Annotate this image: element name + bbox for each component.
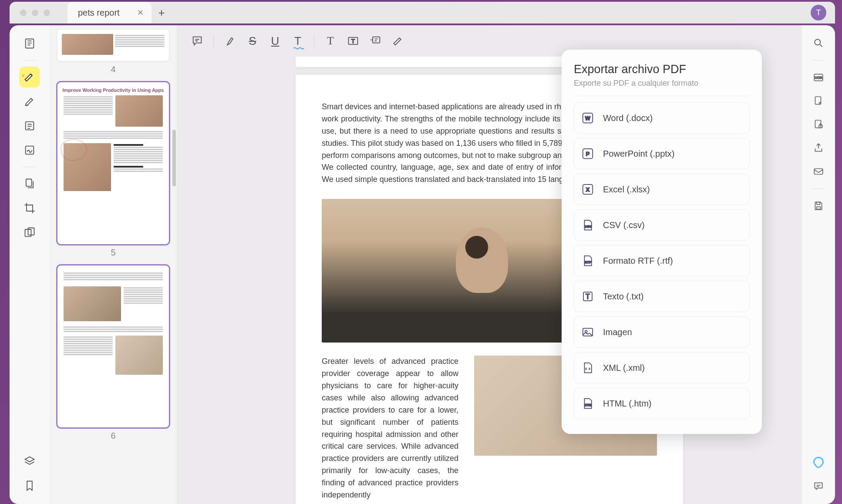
export-rtf[interactable]: RTF Formato RTF (.rtf) — [574, 245, 750, 276]
eraser-button[interactable] — [388, 31, 408, 51]
titlebar: pets report ✕ + T — [10, 2, 835, 24]
svg-point-22 — [815, 39, 820, 45]
paragraph: Greater levels of advanced practice prov… — [322, 356, 458, 501]
excel-icon: X — [580, 182, 595, 197]
strikethrough-button[interactable]: S — [242, 31, 263, 51]
bookmark-tool[interactable] — [19, 475, 40, 496]
search-button[interactable] — [809, 34, 828, 52]
page-manage-tool[interactable] — [19, 173, 40, 194]
page-number: 6 — [57, 431, 169, 441]
minimize-light[interactable] — [32, 10, 38, 16]
export-subtitle: Exporte su PDF a cualquier formato — [574, 79, 750, 88]
compare-tool[interactable] — [19, 222, 40, 243]
export-image[interactable]: Imagen — [574, 316, 750, 348]
export-csv[interactable]: CSV CSV (.csv) — [574, 209, 750, 241]
svg-text:T: T — [351, 38, 355, 44]
avatar[interactable]: T — [811, 5, 826, 20]
svg-text:OCR: OCR — [815, 76, 822, 80]
rtf-icon: RTF — [580, 253, 595, 268]
reader-tool[interactable] — [19, 33, 40, 54]
txt-icon: T — [580, 289, 595, 304]
export-panel: Exportar archivo PDF Exporte su PDF a cu… — [562, 50, 762, 434]
chat-button[interactable] — [809, 477, 828, 495]
pen-tool[interactable] — [19, 91, 40, 112]
comment-button[interactable] — [187, 31, 207, 51]
svg-rect-29 — [817, 207, 821, 209]
crop-tool[interactable] — [19, 198, 40, 218]
highlighter-button[interactable] — [220, 31, 240, 51]
thumbnail-6[interactable]: 6 — [57, 265, 169, 441]
export-xml[interactable]: XML (.xml) — [574, 352, 750, 383]
image-icon — [580, 325, 595, 339]
squiggly-button[interactable]: T — [288, 31, 308, 51]
export-html[interactable]: HTM HTML (.htm) — [574, 388, 750, 419]
crop-page-button[interactable] — [809, 92, 828, 110]
new-tab-button[interactable]: + — [158, 6, 165, 20]
traffic-lights — [20, 10, 50, 16]
document-view: S U T T T — [177, 25, 802, 504]
export-powerpoint[interactable]: P PowerPoint (.pptx) — [574, 138, 750, 169]
zoom-light[interactable] — [44, 10, 50, 16]
document-tab[interactable]: pets report ✕ — [67, 2, 152, 24]
close-light[interactable] — [20, 10, 27, 16]
signature-tool[interactable] — [19, 140, 40, 161]
svg-point-20 — [585, 330, 587, 333]
export-word[interactable]: W Word (.docx) — [574, 102, 750, 134]
svg-text:P: P — [586, 151, 589, 157]
page-number: 5 — [57, 248, 169, 258]
powerpoint-icon: P — [580, 146, 595, 161]
ai-button[interactable] — [809, 454, 828, 472]
thumbnail-5[interactable]: Improve Working Productivity in Using Ap… — [57, 82, 169, 258]
svg-text:X: X — [586, 187, 590, 193]
svg-rect-30 — [817, 202, 820, 204]
page-number: 4 — [57, 64, 169, 74]
export-excel[interactable]: X Excel (.xlsx) — [574, 174, 750, 205]
left-tool-rail — [10, 25, 50, 504]
svg-rect-0 — [26, 39, 34, 48]
export-txt[interactable]: T Texto (.txt) — [574, 281, 750, 312]
save-button[interactable] — [809, 197, 828, 215]
email-button[interactable] — [809, 162, 828, 181]
xml-icon — [580, 360, 595, 375]
form-tool[interactable] — [19, 115, 40, 136]
callout-button[interactable] — [366, 31, 386, 51]
svg-text:RTF: RTF — [585, 260, 592, 264]
svg-text:HTM: HTM — [585, 403, 592, 407]
svg-rect-8 — [373, 37, 380, 43]
word-icon: W — [580, 111, 595, 125]
html-icon: HTM — [580, 396, 595, 411]
svg-rect-28 — [814, 169, 823, 175]
export-title: Exportar archivo PDF — [574, 63, 750, 76]
textbox-button[interactable]: T — [343, 31, 363, 51]
highlighter-tool[interactable] — [19, 67, 40, 87]
layers-tool[interactable] — [19, 451, 40, 472]
svg-rect-3 — [26, 179, 32, 186]
svg-rect-2 — [26, 146, 34, 155]
underline-button[interactable]: U — [265, 31, 285, 51]
text-button[interactable]: T — [320, 31, 340, 51]
thumbnails-panel: 4 Improve Working Productivity in Using … — [50, 25, 177, 504]
ocr-button[interactable]: OCR — [809, 68, 828, 87]
thumbnails-scrollbar[interactable] — [172, 130, 176, 186]
svg-text:T: T — [586, 292, 590, 300]
svg-text:W: W — [585, 115, 590, 121]
share-button[interactable] — [809, 139, 828, 157]
thumbnail-4[interactable]: 4 — [57, 30, 169, 74]
right-tool-rail: OCR — [802, 25, 835, 504]
svg-text:CSV: CSV — [584, 225, 592, 228]
tab-close-button[interactable]: ✕ — [137, 8, 144, 17]
tab-title: pets report — [78, 8, 120, 18]
protect-button[interactable] — [809, 115, 828, 134]
csv-icon: CSV — [580, 218, 595, 232]
